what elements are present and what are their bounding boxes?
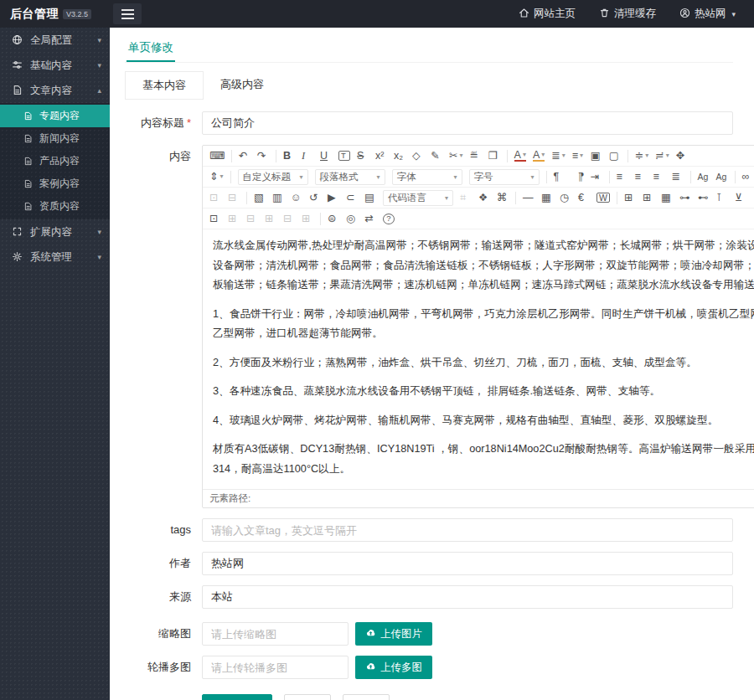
unordered-list-icon[interactable]: ≡ — [572, 151, 584, 162]
table-title-icon[interactable]: ⊡ — [209, 214, 221, 224]
carousel-input[interactable] — [202, 656, 349, 679]
row-merge-icon[interactable]: ⊶ — [679, 193, 691, 203]
help-icon[interactable]: ? — [383, 214, 395, 224]
main-area: 单页修改 基本内容高级内容 内容标题* 内容 ⌨↶↷BIUTSx²x₂◇✎✂≝❐… — [110, 28, 754, 700]
image-upload-icon[interactable]: ▧ — [254, 193, 266, 203]
align-center-icon[interactable]: ≡ — [635, 172, 647, 183]
dir-ltr-icon[interactable]: ¶ — [554, 172, 566, 183]
insert-frame-icon[interactable]: ▤ — [364, 193, 376, 203]
sidebar-toggle-icon[interactable] — [113, 3, 142, 24]
nav-clear-cache[interactable]: 清理缓存 — [599, 7, 656, 21]
source-input[interactable] — [202, 585, 733, 609]
col-delete-icon[interactable]: ⊻ — [735, 193, 746, 203]
preview-icon[interactable]: ◎ — [346, 214, 358, 224]
submit-button[interactable]: 立即提交 — [202, 694, 272, 700]
custom-title-select[interactable]: 自定义标题▾ — [238, 169, 308, 185]
tab-single-page-edit[interactable]: 单页修改 — [127, 34, 175, 62]
sidebar-subitem[interactable]: 资质内容 — [0, 195, 110, 218]
sidebar-item-1[interactable]: 基础内容▾ — [0, 53, 110, 78]
keyboard-icon[interactable]: ⌨ — [209, 151, 225, 162]
link-icon[interactable]: ∞ — [742, 172, 754, 183]
justify-icon[interactable]: ≣ — [672, 172, 684, 183]
title-format-icon[interactable]: T — [338, 151, 350, 161]
autotypeset-icon[interactable]: ✂ — [449, 151, 463, 162]
editor-content[interactable]: 流水线金属传动网带,热处理炉耐高温网带；不锈钢网带；输送网带；隧道式窑炉网带；长… — [203, 229, 754, 489]
sidebar-item-2[interactable]: 文章内容▴ — [0, 78, 110, 103]
font-color-icon[interactable]: A — [514, 150, 526, 162]
time-icon[interactable]: ◷ — [560, 193, 571, 203]
thumbnail-input[interactable] — [202, 622, 349, 646]
col-insert-icon[interactable]: ⊺ — [716, 193, 728, 203]
case-lower-icon[interactable]: Ag — [716, 172, 728, 182]
clear-format-icon[interactable]: ◇ — [412, 151, 424, 162]
tags-input[interactable] — [202, 518, 733, 542]
back-button[interactable]: 返回 — [343, 694, 390, 700]
sidebar-subitem[interactable]: 产品内容 — [0, 150, 110, 172]
select-all-icon[interactable]: ▣ — [591, 151, 602, 162]
table-insert-icon[interactable]: ⊞ — [643, 193, 654, 203]
font-family-select[interactable]: 字体▾ — [392, 169, 462, 185]
video-icon[interactable]: ▶ — [328, 193, 339, 203]
undo-icon[interactable]: ↶ — [239, 151, 250, 162]
nav-home[interactable]: 网站主页 — [519, 7, 576, 21]
new-page-icon[interactable]: ▢ — [609, 151, 621, 162]
word-import-icon[interactable]: W — [596, 193, 610, 203]
paste-filter-icon[interactable]: ❐ — [488, 151, 500, 162]
indent-icon[interactable]: ⇥ — [591, 172, 602, 183]
format-painter-icon[interactable]: ✎ — [431, 151, 442, 162]
toolbar-row: ⊡⊟▧▥☺↺▶⊂▤代码语言▾⌗❖⌘—▦◷€W⊞⊞▦⊶⊷⊺⊻ — [203, 188, 754, 208]
scrawl-icon[interactable]: ↺ — [309, 193, 321, 203]
strikethrough-icon[interactable]: S — [357, 151, 369, 162]
underline-icon[interactable]: U — [320, 151, 332, 162]
ordered-list-icon[interactable]: ≣ — [551, 151, 566, 162]
first-indent-icon[interactable]: ≝ — [470, 151, 482, 162]
emoji-icon[interactable]: ☺ — [291, 193, 302, 203]
bold-icon[interactable]: B — [283, 151, 295, 162]
nav-user[interactable]: 热站网▾ — [679, 7, 736, 21]
sidebar-item-0[interactable]: 全局配置▾ — [0, 28, 110, 53]
fullscreen-icon[interactable]: ✥ — [676, 151, 688, 162]
merge-down-icon: ⊞ — [265, 214, 276, 224]
code-language-select[interactable]: 代码语言▾ — [383, 190, 453, 206]
font-size-select[interactable]: 字号▾ — [469, 169, 540, 185]
code-snippet-icon[interactable]: ❖ — [478, 193, 490, 203]
print-icon[interactable]: ⊜ — [328, 214, 339, 224]
upload-multi-button[interactable]: 上传多图 — [355, 656, 432, 679]
line-height-icon[interactable]: ⇕ — [209, 172, 224, 183]
table-icon[interactable]: ⊞ — [624, 193, 636, 203]
paragraph-format-select[interactable]: 段落格式▾ — [315, 169, 385, 185]
align-right-icon[interactable]: ≡ — [653, 172, 665, 183]
sidebar-subitem[interactable]: 案例内容 — [0, 172, 110, 195]
subtab-0[interactable]: 基本内容 — [125, 71, 204, 100]
row-split-icon[interactable]: ⊷ — [698, 193, 710, 203]
title-input[interactable] — [202, 111, 733, 135]
upload-image-button[interactable]: 上传图片 — [355, 622, 432, 646]
superscript-icon[interactable]: x² — [375, 151, 387, 162]
author-input[interactable] — [202, 552, 733, 575]
horizontal-rule-icon[interactable]: — — [523, 193, 535, 203]
dir-rtl-icon[interactable]: ¶ — [572, 172, 584, 183]
redo-icon[interactable]: ↷ — [257, 151, 269, 162]
subscript-icon[interactable]: x₂ — [394, 151, 405, 162]
reset-button[interactable]: 重置 — [284, 694, 331, 700]
align-left-icon[interactable]: ≡ — [617, 172, 628, 183]
sidebar-subitem[interactable]: 新闻内容 — [0, 127, 110, 150]
caret-down-icon: ▾ — [97, 253, 101, 261]
table-delete-icon[interactable]: ▦ — [661, 193, 673, 203]
row-spacing-icon[interactable]: ≑ — [635, 151, 649, 162]
image-online-icon[interactable]: ▥ — [272, 193, 284, 203]
sidebar-subitem[interactable]: 专题内容 — [0, 105, 110, 127]
attachment-icon[interactable]: ⊂ — [346, 193, 358, 203]
italic-icon[interactable]: I — [302, 151, 313, 162]
sidebar-item-3[interactable]: 扩展内容▾ — [0, 219, 110, 244]
bg-color-icon[interactable]: A — [533, 150, 545, 162]
para-spacing-icon[interactable]: ≓ — [655, 151, 669, 162]
special-char-icon[interactable]: € — [578, 193, 590, 203]
sidebar-item-4[interactable]: 系统管理▾ — [0, 244, 110, 270]
expand-icon — [12, 226, 23, 238]
search-replace-icon[interactable]: ⇄ — [364, 214, 376, 224]
subtab-1[interactable]: 高级内容 — [204, 71, 281, 100]
case-upper-icon[interactable]: Ag — [698, 172, 710, 182]
formula-icon[interactable]: ⌘ — [497, 193, 509, 203]
date-icon[interactable]: ▦ — [541, 193, 553, 203]
